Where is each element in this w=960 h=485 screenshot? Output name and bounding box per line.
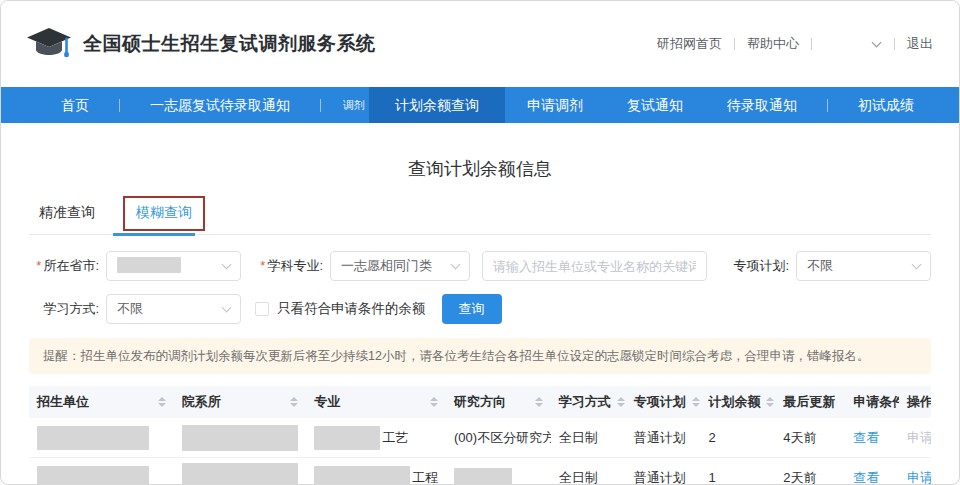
subject-field: *学科专业: 一志愿相同门类 (253, 251, 470, 281)
chevron-down-icon (222, 259, 232, 269)
special-plan-field: 专项计划: 不限 (719, 251, 931, 281)
link-help-center[interactable]: 帮助中心 (747, 35, 799, 53)
query-tabs: 精准查询 模糊查询 (29, 195, 931, 235)
results-table: 招生单位 院系所 专业 研究方向 学习方式 专项计划 计划余额 最后更新 申请条… (29, 386, 931, 485)
chevron-down-icon (872, 38, 882, 48)
redacted-value (182, 463, 299, 485)
notice-banner: 提醒：招生单位发布的调剂计划余额每次更新后将至少持续12小时，请各位考生结合各招… (29, 338, 931, 374)
nav-separator (827, 99, 828, 112)
redacted-value (314, 426, 380, 450)
view-condition-link[interactable]: 查看 (845, 469, 899, 485)
required-mark: * (260, 258, 265, 273)
province-select[interactable] (106, 251, 241, 281)
brand: 全国硕士生招生复试调剂服务系统 (27, 26, 376, 62)
header-separator (811, 38, 812, 50)
special-plan-select[interactable]: 不限 (796, 251, 931, 281)
chevron-down-icon (222, 302, 232, 312)
search-button[interactable]: 查询 (442, 294, 502, 324)
table-header-row: 招生单位 院系所 专业 研究方向 学习方式 专项计划 计划余额 最后更新 申请条… (29, 386, 931, 418)
main-nav: 首页 一志愿复试待录取通知 调剂 计划余额查询 申请调剂 复试通知 待录取通知 … (1, 87, 959, 123)
apply-link[interactable]: 申请 (899, 469, 931, 485)
cell-study-mode: 全日制 (551, 469, 626, 485)
header-links: 研招网首页 帮助中心 退出 (657, 35, 933, 53)
cell-dept (174, 425, 307, 451)
special-plan-label: 专项计划: (719, 257, 789, 275)
cell-dept (174, 463, 307, 485)
col-header-condition: 申请条件 (845, 393, 899, 411)
keyword-input[interactable] (482, 251, 707, 281)
graduation-cap-logo (27, 26, 73, 62)
eligible-only-checkbox[interactable]: 只看符合申请条件的余额 (255, 300, 426, 318)
sort-icon[interactable] (152, 397, 166, 407)
nav-item-initial-scores[interactable]: 初试成绩 (836, 87, 936, 123)
filter-row-1: *所在省市: *学科专业: 一志愿相同门类 专项计划: (29, 251, 931, 281)
cell-direction (446, 468, 551, 485)
redacted-value (314, 466, 410, 485)
province-label: *所在省市: (29, 257, 99, 275)
nav-group-label-tiaoji: 调剂 (329, 98, 369, 113)
study-mode-select[interactable]: 不限 (106, 294, 241, 324)
annotation-red-box: 模糊查询 (123, 196, 205, 231)
cell-direction: (00)不区分研究方向 (446, 429, 551, 447)
subject-value: 一志愿相同门类 (341, 257, 452, 275)
app-window: 全国硕士生招生复试调剂服务系统 研招网首页 帮助中心 退出 首页 一志愿复试待录… (0, 0, 960, 485)
chevron-down-icon (912, 259, 922, 269)
col-header-dept[interactable]: 院系所 (174, 393, 307, 411)
col-header-quota[interactable]: 计划余额 (700, 393, 775, 411)
subject-select[interactable]: 一志愿相同门类 (330, 251, 470, 281)
col-header-direction[interactable]: 研究方向 (446, 393, 551, 411)
study-mode-value: 不限 (117, 300, 223, 318)
cell-quota: 2 (700, 430, 775, 445)
redacted-value (182, 425, 299, 451)
nav-item-apply-adjustment[interactable]: 申请调剂 (505, 87, 605, 123)
page-content: 查询计划余额信息 精准查询 模糊查询 *所在省市: *学科专业: (1, 157, 959, 485)
sort-icon[interactable] (529, 397, 543, 407)
redacted-province-value (117, 257, 181, 273)
chevron-down-icon (451, 259, 461, 269)
checkbox-box-icon (255, 302, 269, 316)
col-header-unit[interactable]: 招生单位 (29, 393, 174, 411)
cell-quota: 1 (700, 470, 775, 485)
nav-item-plan-balance-query[interactable]: 计划余额查询 (369, 87, 505, 123)
cell-major: 工程 (306, 466, 446, 485)
user-menu[interactable] (824, 42, 882, 46)
nav-item-retest-notice[interactable]: 复试通知 (605, 87, 705, 123)
sort-icon[interactable] (686, 397, 700, 407)
app-header: 全国硕士生招生复试调剂服务系统 研招网首页 帮助中心 退出 (1, 1, 959, 87)
required-mark: * (36, 258, 41, 273)
col-header-action: 操作 (899, 393, 931, 411)
sort-icon[interactable] (284, 397, 298, 407)
page-title: 查询计划余额信息 (29, 157, 931, 181)
special-plan-value: 不限 (807, 257, 913, 275)
active-tab-underline (113, 233, 195, 236)
col-header-study-mode[interactable]: 学习方式 (551, 393, 626, 411)
nav-separator (119, 99, 120, 112)
sort-icon[interactable] (424, 397, 438, 407)
app-title: 全国硕士生招生复试调剂服务系统 (83, 31, 376, 57)
col-header-special-plan[interactable]: 专项计划 (626, 393, 701, 411)
cell-unit (29, 426, 174, 450)
tab-precise-query[interactable]: 精准查询 (35, 204, 99, 234)
study-mode-field: 学习方式: 不限 (29, 294, 241, 324)
filter-row-2: 学习方式: 不限 只看符合申请条件的余额 查询 (29, 294, 931, 324)
cell-unit (29, 466, 174, 485)
study-mode-label: 学习方式: (29, 300, 99, 318)
col-header-major[interactable]: 专业 (306, 393, 446, 411)
cell-special-plan: 普通计划 (626, 469, 701, 485)
header-separator (894, 38, 895, 50)
tab-fuzzy-query[interactable]: 模糊查询 (136, 204, 192, 222)
header-separator (734, 38, 735, 50)
nav-item-home[interactable]: 首页 (39, 87, 111, 123)
sort-icon[interactable] (760, 397, 774, 407)
view-condition-link[interactable]: 查看 (845, 429, 899, 447)
subject-label: *学科专业: (253, 257, 323, 275)
col-header-updated: 最后更新 (775, 393, 845, 411)
sort-icon[interactable] (611, 397, 625, 407)
nav-separator (320, 99, 321, 112)
link-yanzhao-home[interactable]: 研招网首页 (657, 35, 722, 53)
nav-item-admission-notice[interactable]: 待录取通知 (705, 87, 819, 123)
filter-form: *所在省市: *学科专业: 一志愿相同门类 专项计划: (29, 251, 931, 324)
cell-study-mode: 全日制 (551, 429, 626, 447)
nav-item-first-choice-notice[interactable]: 一志愿复试待录取通知 (128, 87, 312, 123)
logout-button[interactable]: 退出 (907, 35, 933, 53)
